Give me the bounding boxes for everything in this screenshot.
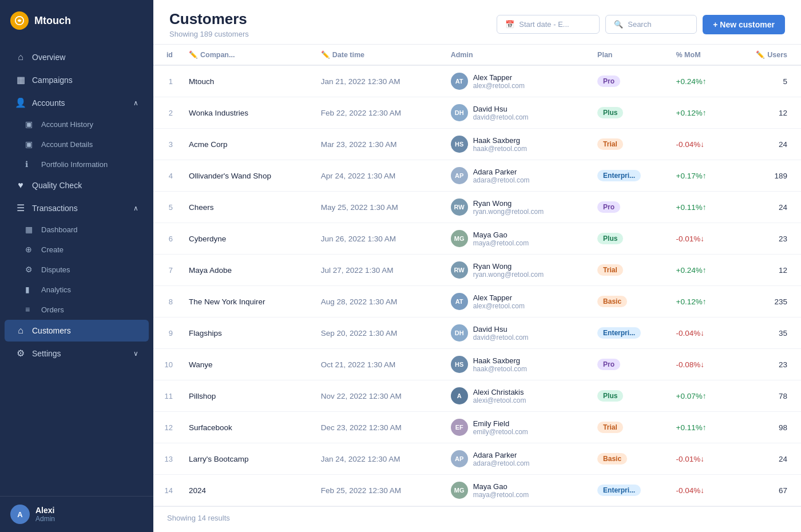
cell-datetime: Dec 23, 2022 12:30 AM: [314, 412, 444, 443]
sidebar-item-portfolio-information[interactable]: ℹ Portfolio Information: [5, 154, 149, 174]
cell-admin: MG Maya Gao maya@retool.com: [444, 475, 590, 506]
header-actions: 📅 Start date - E... 🔍 Search + New custo…: [497, 15, 785, 34]
app-name: Mtouch: [34, 15, 71, 27]
cell-id: 11: [153, 380, 182, 412]
plan-badge: Trial: [597, 422, 623, 433]
col-users: ✏️Users: [729, 45, 801, 65]
new-customer-button[interactable]: + New customer: [703, 15, 785, 34]
cell-datetime: Nov 22, 2022 12:30 AM: [314, 380, 444, 412]
admin-avatar: AP: [451, 167, 468, 184]
sidebar-item-account-history[interactable]: ▣ Account History: [5, 114, 149, 134]
table-row[interactable]: 8 The New York Inquirer Aug 28, 2022 1:3…: [153, 286, 801, 317]
table-row[interactable]: 14 2024 Feb 25, 2022 12:30 AM MG Maya Ga…: [153, 475, 801, 506]
page-title-area: Customers Showing 189 customers: [169, 10, 249, 38]
sidebar-item-dashboard[interactable]: ▦ Dashboard: [5, 220, 149, 239]
sidebar-item-disputes[interactable]: ⚙ Disputes: [5, 260, 149, 279]
cell-id: 2: [153, 97, 182, 129]
cell-plan: Enterpri...: [590, 317, 669, 349]
sidebar-item-customers[interactable]: ⌂ Customers: [5, 320, 149, 342]
table-row[interactable]: 10 Wanye Oct 21, 2022 1:30 AM HS Haak Sa…: [153, 349, 801, 380]
table-row[interactable]: 6 Cyberdyne Jun 26, 2022 1:30 AM MG Maya…: [153, 223, 801, 255]
cell-id: 12: [153, 412, 182, 443]
sidebar-item-quality-check[interactable]: ♥ Quality Check: [5, 174, 149, 196]
plan-badge: Pro: [597, 76, 620, 87]
cell-users: 24: [729, 192, 801, 223]
transactions-submenu: ▦ Dashboard ⊕ Create ⚙ Disputes ▮ Analyt…: [5, 220, 149, 319]
admin-email: david@retool.com: [473, 334, 529, 342]
table-row[interactable]: 2 Wonka Industries Feb 22, 2022 12:30 AM…: [153, 97, 801, 129]
table-row[interactable]: 7 Maya Adobe Jul 27, 2022 1:30 AM RW Rya…: [153, 255, 801, 286]
customers-table-container: id ✏️Compan... ✏️Date time Admin Plan % …: [153, 45, 801, 532]
sidebar-item-create[interactable]: ⊕ Create: [5, 240, 149, 259]
search-box[interactable]: 🔍 Search: [605, 15, 697, 34]
admin-email: alex@retool.com: [473, 82, 525, 90]
mom-value: +0.12%↑: [676, 109, 707, 117]
sidebar-item-campaigns[interactable]: ▦ Campaigns: [5, 69, 149, 91]
sidebar-item-overview[interactable]: ⌂ Overview: [5, 46, 149, 68]
cell-company: Pillshop: [182, 380, 314, 412]
date-picker[interactable]: 📅 Start date - E...: [497, 15, 600, 34]
table-row[interactable]: 3 Acme Corp Mar 23, 2022 1:30 AM HS Haak…: [153, 129, 801, 160]
plan-badge: Basic: [597, 296, 627, 307]
cell-company: Maya Adobe: [182, 255, 314, 286]
user-avatar: A: [10, 505, 30, 524]
table-row[interactable]: 5 Cheers May 25, 2022 1:30 AM RW Ryan Wo…: [153, 192, 801, 223]
table-row[interactable]: 12 Surfacebook Dec 23, 2022 12:30 AM EF …: [153, 412, 801, 443]
admin-avatar: RW: [451, 261, 468, 279]
sidebar-item-analytics[interactable]: ▮ Analytics: [5, 280, 149, 299]
cell-id: 14: [153, 475, 182, 506]
accounts-icon: 👤: [15, 97, 26, 108]
admin-name: Alexi Christakis: [473, 388, 526, 396]
col-admin: Admin: [444, 45, 590, 65]
create-icon: ⊕: [25, 245, 35, 254]
sidebar-item-label: Overview: [32, 53, 65, 62]
mom-value: +0.24%↑: [676, 77, 707, 86]
admin-avatar: AT: [451, 73, 468, 90]
admin-name: Maya Gao: [473, 231, 529, 239]
campaigns-icon: ▦: [15, 74, 26, 85]
account-history-icon: ▣: [25, 120, 35, 129]
admin-name: David Hsu: [473, 325, 529, 334]
transactions-chevron-icon: ∧: [133, 204, 138, 212]
admin-avatar: MG: [451, 230, 468, 247]
cell-mom: +0.07%↑: [669, 380, 730, 412]
cell-users: 23: [729, 223, 801, 255]
sidebar-item-settings[interactable]: ⚙ Settings ∨: [5, 342, 149, 364]
sidebar-item-account-details[interactable]: ▣ Account Details: [5, 134, 149, 154]
table-row[interactable]: 9 Flagships Sep 20, 2022 1:30 AM DH Davi…: [153, 317, 801, 349]
cell-plan: Plus: [590, 380, 669, 412]
sidebar-item-orders[interactable]: ≡ Orders: [5, 300, 149, 319]
table-row[interactable]: 4 Ollivander's Wand Shop Apr 24, 2022 1:…: [153, 160, 801, 192]
plan-badge: Enterpri...: [597, 170, 641, 181]
cell-users: 35: [729, 317, 801, 349]
cell-company: Acme Corp: [182, 129, 314, 160]
sidebar-item-accounts[interactable]: 👤 Accounts ∧: [5, 92, 149, 114]
plan-badge: Pro: [597, 359, 620, 370]
table-row[interactable]: 13 Larry's Bootcamp Jan 24, 2022 12:30 A…: [153, 443, 801, 475]
sidebar-item-label: Settings: [32, 349, 61, 358]
dashboard-icon: ▦: [25, 225, 35, 234]
plan-badge: Trial: [597, 138, 623, 150]
admin-name: David Hsu: [473, 105, 529, 113]
table-row[interactable]: 1 Mtouch Jan 21, 2022 12:30 AM AT Alex T…: [153, 65, 801, 97]
cell-admin: AP Adara Parker adara@retool.com: [444, 443, 590, 475]
admin-name: Emily Field: [473, 419, 528, 428]
sidebar-footer: A Alexi Admin: [0, 496, 153, 532]
app-logo[interactable]: Mtouch: [0, 0, 153, 41]
cell-mom: -0.04%↓: [669, 317, 730, 349]
settings-chevron-icon: ∨: [133, 350, 138, 358]
admin-email: ryan.wong@retool.com: [473, 271, 544, 279]
cell-admin: DH David Hsu david@retool.com: [444, 97, 590, 129]
mom-value: +0.11%↑: [676, 423, 707, 432]
cell-mom: -0.04%↓: [669, 129, 730, 160]
admin-email: adara@retool.com: [473, 176, 530, 184]
cell-company: Larry's Bootcamp: [182, 443, 314, 475]
cell-mom: -0.01%↓: [669, 223, 730, 255]
cell-mom: +0.12%↑: [669, 286, 730, 317]
cell-mom: +0.11%↑: [669, 412, 730, 443]
sidebar-item-transactions[interactable]: ☰ Transactions ∧: [5, 197, 149, 219]
search-label: Search: [628, 20, 651, 29]
mom-value: +0.07%↑: [676, 392, 707, 400]
table-row[interactable]: 11 Pillshop Nov 22, 2022 12:30 AM A Alex…: [153, 380, 801, 412]
date-picker-label: Start date - E...: [519, 20, 569, 29]
